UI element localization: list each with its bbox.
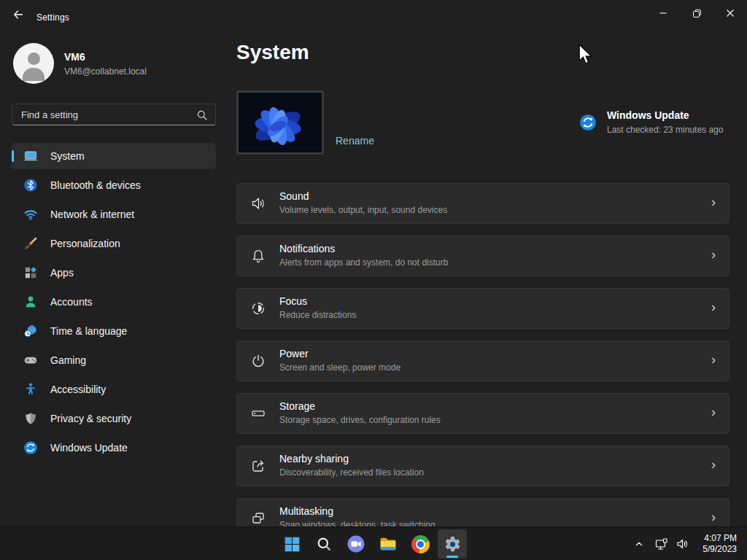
start-icon <box>283 535 301 553</box>
avatar[interactable] <box>13 43 54 84</box>
card-subtitle: Screen and sleep, power mode <box>279 362 400 373</box>
windows-update-icon <box>579 114 597 131</box>
chat-icon <box>347 534 365 553</box>
sidebar-nav: SystemBluetooth & devicesNetwork & inter… <box>12 143 216 464</box>
windows-update-title[interactable]: Windows Update <box>607 109 689 121</box>
sidebar-item-label: Apps <box>50 267 74 279</box>
page-title: System <box>236 41 309 64</box>
active-app-indicator <box>446 556 458 558</box>
sidebar-item-system[interactable]: System <box>12 143 216 169</box>
tray-overflow-button[interactable] <box>629 529 649 559</box>
back-arrow-icon <box>12 9 24 20</box>
desktop: Settings VM6 VM6@collabnet.local <box>0 0 747 560</box>
card-storage[interactable]: StorageStorage space, drives, configurat… <box>236 393 729 434</box>
device-thumbnail <box>236 90 324 155</box>
taskbar-search-icon <box>315 535 333 553</box>
update-icon <box>23 440 38 455</box>
accounts-icon <box>23 295 38 309</box>
profile-email: VM6@collabnet.local <box>64 66 147 77</box>
focus-icon <box>249 300 267 317</box>
back-button[interactable] <box>9 6 28 23</box>
sidebar-item-label: Privacy & security <box>50 413 131 424</box>
gaming-icon <box>23 353 38 368</box>
minimize-button[interactable] <box>646 0 680 26</box>
search-input[interactable] <box>12 104 215 125</box>
sidebar-item-accounts[interactable]: Accounts <box>12 289 216 315</box>
card-nearby-sharing[interactable]: Nearby sharingDiscoverability, received … <box>236 446 729 486</box>
sidebar-item-label: Personalization <box>50 238 120 249</box>
card-subtitle: Storage space, drives, configuration rul… <box>279 415 441 425</box>
clock-time: 4:07 PM <box>703 533 737 544</box>
card-subtitle: Alerts from apps and system, do not dist… <box>279 257 448 268</box>
card-subtitle: Reduce distractions <box>279 310 356 320</box>
sidebar-item-label: Gaming <box>50 354 86 366</box>
taskbar-chat-button[interactable] <box>341 529 371 559</box>
card-title: Notifications <box>279 243 335 254</box>
taskbar-center-icons <box>277 529 467 559</box>
window-controls <box>646 0 747 26</box>
sidebar-item-personalization[interactable]: Personalization <box>12 230 216 257</box>
network-ethernet-icon <box>654 537 669 551</box>
system-tray: 4:07 PM 5/9/2023 <box>629 527 740 560</box>
taskbar: 4:07 PM 5/9/2023 <box>0 526 747 560</box>
time-icon <box>23 324 38 338</box>
taskbar-chrome-button[interactable] <box>406 529 435 559</box>
close-button[interactable] <box>713 0 747 26</box>
sidebar-item-network-internet[interactable]: Network & internet <box>12 201 216 228</box>
chrome-icon <box>411 535 430 553</box>
window-title: Settings <box>36 12 69 23</box>
chevron-up-icon <box>634 539 644 549</box>
restore-button[interactable] <box>680 0 713 26</box>
chevron-right-icon: › <box>711 195 716 210</box>
volume-tray-button[interactable] <box>670 529 695 559</box>
taskbar-file-explorer-button[interactable] <box>374 529 403 559</box>
chevron-right-icon: › <box>711 352 716 368</box>
sidebar-item-apps[interactable]: Apps <box>12 260 216 286</box>
selected-indicator <box>12 150 14 162</box>
sidebar-item-windows-update[interactable]: Windows Update <box>12 435 216 461</box>
chevron-right-icon: › <box>711 247 716 262</box>
taskbar-start-button[interactable] <box>277 529 306 559</box>
restore-icon <box>692 9 702 18</box>
bell-icon <box>249 247 267 265</box>
card-title: Nearby sharing <box>279 453 349 464</box>
sidebar-item-label: Accounts <box>50 296 93 308</box>
card-sound[interactable]: SoundVolume levels, output, input, sound… <box>236 183 729 224</box>
rename-link[interactable]: Rename <box>336 135 374 147</box>
card-subtitle: Volume levels, output, input, sound devi… <box>279 205 447 215</box>
sidebar-item-bluetooth-devices[interactable]: Bluetooth & devices <box>12 172 216 198</box>
taskbar-search-button[interactable] <box>309 529 338 559</box>
sidebar-item-accessibility[interactable]: Accessibility <box>12 376 216 402</box>
avatar-body-shape <box>23 68 44 81</box>
taskbar-settings-button[interactable] <box>438 529 467 559</box>
minimize-icon <box>659 9 667 18</box>
avatar-head-shape <box>28 52 40 65</box>
card-subtitle: Discoverability, received files location <box>279 467 424 478</box>
card-title: Sound <box>279 190 309 202</box>
sidebar-item-time-language[interactable]: Time & language <box>12 318 216 344</box>
accessibility-icon <box>23 382 38 397</box>
clock-date: 5/9/2023 <box>703 544 737 555</box>
volume-icon <box>676 537 690 551</box>
power-icon <box>249 352 267 370</box>
privacy-icon <box>23 411 38 426</box>
apps-icon <box>23 265 38 280</box>
settings-window: Settings VM6 VM6@collabnet.local <box>0 0 747 526</box>
search-icon[interactable] <box>196 109 208 121</box>
card-power[interactable]: PowerScreen and sleep, power mode› <box>236 341 729 381</box>
card-focus[interactable]: FocusReduce distractions› <box>236 288 729 329</box>
sidebar-item-label: Bluetooth & devices <box>50 179 141 191</box>
card-multitasking[interactable]: MultitaskingSnap windows, desktops, task… <box>236 498 729 526</box>
system-icon <box>23 149 38 163</box>
search-box <box>12 104 216 125</box>
windows-update-status: Last checked: 23 minutes ago <box>607 125 723 135</box>
sidebar-item-label: Time & language <box>50 325 127 337</box>
sidebar-item-privacy-security[interactable]: Privacy & security <box>12 405 216 432</box>
network-tray-button[interactable] <box>649 529 670 559</box>
card-notifications[interactable]: NotificationsAlerts from apps and system… <box>236 236 729 276</box>
taskbar-clock[interactable]: 4:07 PM 5/9/2023 <box>703 533 740 555</box>
sidebar-item-label: Windows Update <box>50 442 128 454</box>
share-icon <box>249 457 267 475</box>
chevron-right-icon: › <box>711 300 716 315</box>
sidebar-item-gaming[interactable]: Gaming <box>12 347 216 373</box>
